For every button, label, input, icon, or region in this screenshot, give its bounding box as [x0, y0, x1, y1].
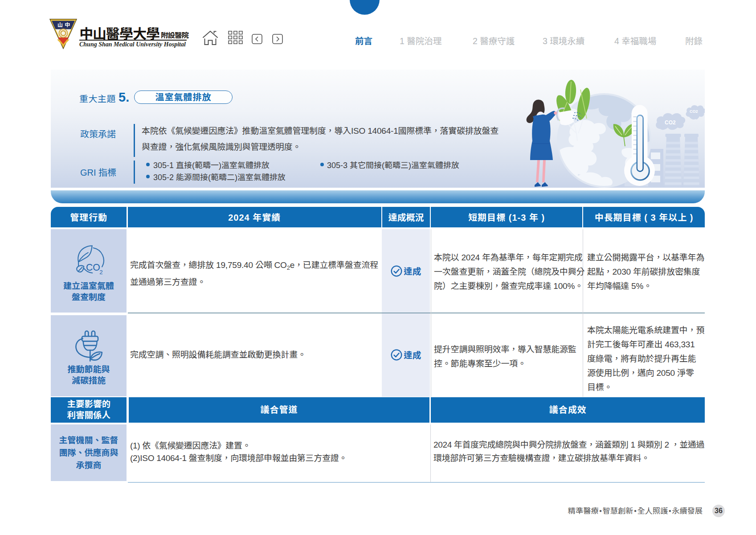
svg-text:CO2: CO2	[665, 119, 676, 126]
svg-text:CO2: CO2	[690, 109, 698, 114]
svg-text:達成: 達成	[404, 350, 421, 360]
svg-text:2: 2	[99, 269, 102, 275]
svg-text:達成: 達成	[404, 267, 421, 276]
svg-text:中: 中	[65, 22, 70, 28]
svg-text:山: 山	[57, 22, 63, 28]
svg-text:CO: CO	[86, 262, 100, 272]
